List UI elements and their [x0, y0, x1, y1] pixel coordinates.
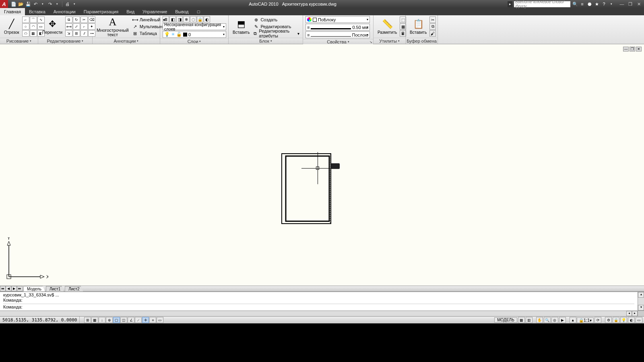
- create-block-button[interactable]: ⊕Создать: [252, 16, 300, 23]
- color-dropdown[interactable]: ПоБлоку: [305, 16, 370, 23]
- search-icon[interactable]: 🔍: [572, 1, 578, 7]
- help-dropdown-icon[interactable]: ▾: [608, 1, 614, 7]
- zoom-icon[interactable]: 🔍: [544, 317, 551, 323]
- polar-button[interactable]: ⊕: [106, 317, 113, 323]
- dyn-button[interactable]: ✛: [142, 317, 149, 323]
- layer-states-icon[interactable]: ◧: [169, 16, 176, 23]
- annoscale-value[interactable]: 🔒1:1▾: [577, 317, 594, 323]
- open-icon[interactable]: 📂: [18, 1, 24, 7]
- panel-modify-title[interactable]: Редактирование▾: [38, 38, 92, 44]
- layer-lock-icon[interactable]: 🔒: [197, 16, 203, 23]
- command-window[interactable]: курсовик_1_33_6334.sv$ ... Команда: Кома…: [0, 292, 644, 311]
- isolate-objects-icon[interactable]: ◐: [628, 317, 635, 323]
- undo-icon[interactable]: ↶: [32, 1, 39, 7]
- measure-button[interactable]: 📏 Разметить: [376, 16, 398, 37]
- hardware-accel-icon[interactable]: 💡: [620, 317, 627, 323]
- lineweight-dropdown[interactable]: ≡0.50 мм: [305, 24, 370, 31]
- panel-props-title[interactable]: Свойства▾↘: [303, 39, 373, 44]
- favorites-icon[interactable]: ★: [594, 1, 600, 7]
- panel-draw-title[interactable]: Рисование▾: [0, 38, 38, 44]
- cmd-h-scrollbar[interactable]: ◂ ▸: [0, 311, 644, 316]
- tab-layout1[interactable]: Лист1: [46, 286, 64, 292]
- otrack-button[interactable]: ∠: [128, 317, 134, 323]
- subscription-icon[interactable]: ⬣: [586, 1, 592, 7]
- tab-parametric[interactable]: Параметризация: [80, 8, 122, 15]
- app-icon[interactable]: A: [0, 0, 8, 8]
- scroll-down-icon[interactable]: ▾: [638, 305, 644, 311]
- cmd-scrollbar[interactable]: ▴ ▾: [638, 292, 644, 311]
- arc-icon[interactable]: ⌒: [30, 16, 37, 23]
- move-button[interactable]: ✥ Перенести: [41, 16, 64, 37]
- tab-model[interactable]: Модель: [23, 286, 45, 292]
- lwt-button[interactable]: ≡: [149, 317, 156, 323]
- qat-customize-icon[interactable]: ▾: [71, 1, 78, 7]
- clean-screen-icon[interactable]: ▭: [636, 317, 642, 323]
- grid-button[interactable]: ▦: [91, 317, 98, 323]
- print-icon[interactable]: 🖨: [64, 1, 70, 7]
- qp-button[interactable]: ▭: [157, 317, 163, 323]
- line-button[interactable]: ╱ Отрезок: [2, 16, 21, 37]
- mdi-restore-button[interactable]: ❐: [630, 47, 635, 51]
- panel-annotation-title[interactable]: Аннотации▾: [93, 38, 160, 44]
- tab-layout2[interactable]: Лист2: [65, 286, 83, 292]
- search-toggle-icon[interactable]: ▸: [508, 1, 512, 7]
- close-button[interactable]: ✕: [635, 1, 642, 7]
- circle-icon[interactable]: ○: [22, 23, 29, 30]
- panel-block-title[interactable]: Блок▾: [229, 38, 303, 44]
- tab-insert[interactable]: Вставка: [25, 8, 50, 15]
- insert-block-button[interactable]: ⬒ Вставить: [231, 16, 251, 37]
- layer-iso-icon[interactable]: ◨: [176, 16, 183, 23]
- cut-icon[interactable]: ✂: [429, 16, 436, 23]
- showmotion-icon[interactable]: ▶: [559, 317, 566, 323]
- model-space-button[interactable]: МОДЕЛЬ: [494, 317, 517, 323]
- nav-first-icon[interactable]: ⏮: [0, 286, 6, 291]
- hatch-icon[interactable]: ▦: [30, 30, 37, 37]
- maximize-button[interactable]: ❐: [627, 1, 634, 7]
- quickview-drawings-icon[interactable]: ▥: [526, 317, 533, 323]
- redo-icon[interactable]: ↷: [47, 1, 53, 7]
- scale-icon[interactable]: ⤢: [73, 23, 80, 30]
- new-icon[interactable]: 📄: [10, 1, 17, 7]
- tab-output[interactable]: Вывод: [171, 8, 192, 15]
- layer-props-icon[interactable]: ≣: [163, 16, 169, 23]
- pan-icon[interactable]: ✋: [536, 317, 543, 323]
- fillet-icon[interactable]: ⌐: [80, 23, 88, 30]
- redo-dropdown-icon[interactable]: ▾: [54, 1, 60, 7]
- snap-button[interactable]: ⊞: [84, 317, 91, 323]
- workspace-switch-icon[interactable]: ⚙: [605, 317, 612, 323]
- help-icon[interactable]: ?: [601, 1, 607, 7]
- layer-freeze-icon[interactable]: ❄: [183, 16, 190, 23]
- tab-view[interactable]: Вид: [122, 8, 138, 15]
- save-icon[interactable]: 💾: [25, 1, 31, 7]
- undo-dropdown-icon[interactable]: ▾: [39, 1, 46, 7]
- osnap-button[interactable]: ▢: [113, 317, 120, 323]
- paste-button[interactable]: 📋 Вставить: [408, 16, 428, 37]
- linetype-dropdown[interactable]: ≡Послою: [305, 31, 370, 38]
- stretch-icon[interactable]: ⇲: [65, 30, 72, 37]
- mtext-button[interactable]: A Многострочныйтекст: [95, 16, 130, 37]
- layer-off-icon[interactable]: ◌: [190, 16, 196, 23]
- search-input[interactable]: Введите ключевое слово/фразу: [514, 1, 570, 7]
- scroll-up-icon[interactable]: ▴: [638, 292, 644, 298]
- ribbon-minimize-icon[interactable]: ▢: [193, 8, 204, 15]
- comm-center-icon[interactable]: ≡: [579, 1, 585, 7]
- tab-manage[interactable]: Управление: [138, 8, 171, 15]
- matchprops-icon[interactable]: 🖌: [429, 30, 436, 37]
- tab-home[interactable]: Главная: [0, 8, 25, 15]
- layer-state-dropdown[interactable]: Несохраненная конфигурация слоев: [163, 23, 226, 30]
- panel-util-title[interactable]: Утилиты▾: [374, 38, 405, 44]
- layer-match-icon[interactable]: ◐: [204, 16, 210, 23]
- rotate-icon[interactable]: ↻: [73, 16, 80, 23]
- annoscale-toggle-icon[interactable]: ▲: [570, 317, 576, 323]
- panel-layers-title[interactable]: Слои▾: [160, 39, 228, 44]
- toolbar-lock-icon[interactable]: 🔒: [613, 317, 619, 323]
- scroll-left-icon[interactable]: ◂: [626, 311, 632, 316]
- mdi-minimize-button[interactable]: —: [623, 47, 629, 51]
- array-icon[interactable]: ⊞: [73, 30, 80, 37]
- polyline-icon[interactable]: ⌐: [22, 16, 29, 23]
- tab-annotate[interactable]: Аннотации: [50, 8, 80, 15]
- annoscale-sync-icon[interactable]: ⟳: [594, 317, 601, 323]
- mdi-close-button[interactable]: ✕: [636, 47, 642, 51]
- layer-dropdown[interactable]: 💡☀🔓0: [163, 31, 226, 38]
- resize-grip-icon[interactable]: [638, 311, 644, 316]
